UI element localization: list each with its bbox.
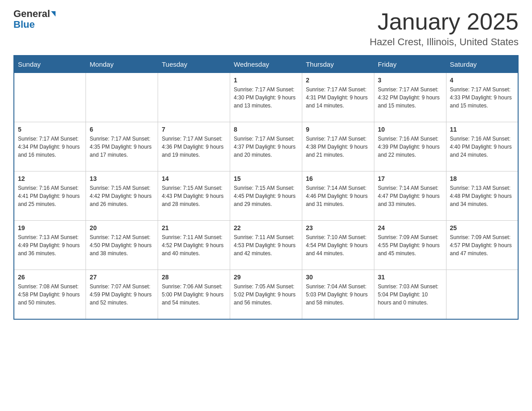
calendar-cell: 31Sunrise: 7:03 AM Sunset: 5:04 PM Dayli…	[374, 270, 446, 319]
day-number: 25	[450, 224, 514, 231]
day-number: 31	[378, 274, 442, 281]
calendar-cell: 29Sunrise: 7:05 AM Sunset: 5:02 PM Dayli…	[230, 270, 302, 319]
day-info: Sunrise: 7:11 AM Sunset: 4:52 PM Dayligh…	[162, 233, 226, 257]
day-info: Sunrise: 7:16 AM Sunset: 4:41 PM Dayligh…	[18, 184, 82, 208]
calendar-cell: 28Sunrise: 7:06 AM Sunset: 5:00 PM Dayli…	[158, 270, 230, 319]
day-info: Sunrise: 7:17 AM Sunset: 4:36 PM Dayligh…	[162, 135, 226, 159]
page-header: General Blue January 2025 Hazel Crest, I…	[13, 9, 519, 48]
calendar-cell: 3Sunrise: 7:17 AM Sunset: 4:32 PM Daylig…	[374, 73, 446, 122]
day-info: Sunrise: 7:17 AM Sunset: 4:33 PM Dayligh…	[450, 86, 514, 110]
calendar-cell: 16Sunrise: 7:14 AM Sunset: 4:46 PM Dayli…	[302, 171, 374, 221]
day-number: 11	[450, 126, 514, 133]
logo-text-blue: Blue	[13, 19, 35, 30]
day-number: 22	[234, 224, 298, 231]
calendar-header-friday: Friday	[374, 56, 446, 73]
day-number: 19	[18, 224, 82, 231]
calendar-header-tuesday: Tuesday	[158, 56, 230, 73]
day-info: Sunrise: 7:17 AM Sunset: 4:32 PM Dayligh…	[378, 86, 442, 110]
calendar-cell: 26Sunrise: 7:08 AM Sunset: 4:58 PM Dayli…	[14, 270, 86, 319]
calendar-header-wednesday: Wednesday	[230, 56, 302, 73]
calendar-cell: 2Sunrise: 7:17 AM Sunset: 4:31 PM Daylig…	[302, 73, 374, 122]
day-number: 1	[234, 77, 298, 84]
calendar-cell: 13Sunrise: 7:15 AM Sunset: 4:42 PM Dayli…	[86, 171, 158, 221]
calendar-table: SundayMondayTuesdayWednesdayThursdayFrid…	[13, 55, 519, 320]
day-info: Sunrise: 7:03 AM Sunset: 5:04 PM Dayligh…	[378, 283, 442, 307]
calendar-cell: 18Sunrise: 7:13 AM Sunset: 4:48 PM Dayli…	[446, 171, 518, 221]
calendar-week-row: 5Sunrise: 7:17 AM Sunset: 4:34 PM Daylig…	[14, 122, 518, 171]
calendar-cell: 14Sunrise: 7:15 AM Sunset: 4:43 PM Dayli…	[158, 171, 230, 221]
calendar-week-row: 12Sunrise: 7:16 AM Sunset: 4:41 PM Dayli…	[14, 171, 518, 221]
title-section: January 2025 Hazel Crest, Illinois, Unit…	[369, 9, 519, 48]
calendar-header-saturday: Saturday	[446, 56, 518, 73]
day-number: 14	[162, 175, 226, 182]
calendar-cell: 6Sunrise: 7:17 AM Sunset: 4:35 PM Daylig…	[86, 122, 158, 171]
day-info: Sunrise: 7:16 AM Sunset: 4:39 PM Dayligh…	[378, 135, 442, 159]
day-number: 30	[306, 274, 370, 281]
calendar-cell: 12Sunrise: 7:16 AM Sunset: 4:41 PM Dayli…	[14, 171, 86, 221]
calendar-header-monday: Monday	[86, 56, 158, 73]
day-info: Sunrise: 7:08 AM Sunset: 4:58 PM Dayligh…	[18, 283, 82, 307]
calendar-cell: 23Sunrise: 7:10 AM Sunset: 4:54 PM Dayli…	[302, 221, 374, 270]
day-info: Sunrise: 7:17 AM Sunset: 4:34 PM Dayligh…	[18, 135, 82, 159]
day-info: Sunrise: 7:17 AM Sunset: 4:38 PM Dayligh…	[306, 135, 370, 159]
calendar-cell: 21Sunrise: 7:11 AM Sunset: 4:52 PM Dayli…	[158, 221, 230, 270]
calendar-week-row: 19Sunrise: 7:13 AM Sunset: 4:49 PM Dayli…	[14, 221, 518, 270]
calendar-week-row: 26Sunrise: 7:08 AM Sunset: 4:58 PM Dayli…	[14, 270, 518, 319]
day-info: Sunrise: 7:15 AM Sunset: 4:45 PM Dayligh…	[234, 184, 298, 208]
day-info: Sunrise: 7:12 AM Sunset: 4:50 PM Dayligh…	[90, 233, 154, 257]
calendar-cell: 15Sunrise: 7:15 AM Sunset: 4:45 PM Dayli…	[230, 171, 302, 221]
day-number: 6	[90, 126, 154, 133]
calendar-cell: 9Sunrise: 7:17 AM Sunset: 4:38 PM Daylig…	[302, 122, 374, 171]
day-info: Sunrise: 7:06 AM Sunset: 5:00 PM Dayligh…	[162, 283, 226, 307]
day-number: 27	[90, 274, 154, 281]
day-info: Sunrise: 7:09 AM Sunset: 4:55 PM Dayligh…	[378, 233, 442, 257]
calendar-cell: 24Sunrise: 7:09 AM Sunset: 4:55 PM Dayli…	[374, 221, 446, 270]
calendar-cell: 27Sunrise: 7:07 AM Sunset: 4:59 PM Dayli…	[86, 270, 158, 319]
day-info: Sunrise: 7:05 AM Sunset: 5:02 PM Dayligh…	[234, 283, 298, 307]
day-number: 3	[378, 77, 442, 84]
calendar-cell: 10Sunrise: 7:16 AM Sunset: 4:39 PM Dayli…	[374, 122, 446, 171]
calendar-week-row: 1Sunrise: 7:17 AM Sunset: 4:30 PM Daylig…	[14, 73, 518, 122]
day-number: 16	[306, 175, 370, 182]
logo-text-general: General	[13, 9, 50, 19]
day-info: Sunrise: 7:13 AM Sunset: 4:48 PM Dayligh…	[450, 184, 514, 208]
day-number: 9	[306, 126, 370, 133]
calendar-subtitle: Hazel Crest, Illinois, United States	[369, 36, 519, 48]
logo: General Blue	[13, 9, 56, 30]
calendar-cell: 7Sunrise: 7:17 AM Sunset: 4:36 PM Daylig…	[158, 122, 230, 171]
day-number: 13	[90, 175, 154, 182]
calendar-cell: 8Sunrise: 7:17 AM Sunset: 4:37 PM Daylig…	[230, 122, 302, 171]
day-info: Sunrise: 7:09 AM Sunset: 4:57 PM Dayligh…	[450, 233, 514, 257]
day-info: Sunrise: 7:07 AM Sunset: 4:59 PM Dayligh…	[90, 283, 154, 307]
day-number: 20	[90, 224, 154, 231]
day-number: 29	[234, 274, 298, 281]
calendar-cell: 25Sunrise: 7:09 AM Sunset: 4:57 PM Dayli…	[446, 221, 518, 270]
calendar-cell	[14, 73, 86, 122]
day-number: 23	[306, 224, 370, 231]
calendar-cell: 22Sunrise: 7:11 AM Sunset: 4:53 PM Dayli…	[230, 221, 302, 270]
day-info: Sunrise: 7:16 AM Sunset: 4:40 PM Dayligh…	[450, 135, 514, 159]
day-number: 7	[162, 126, 226, 133]
calendar-title: January 2025	[369, 9, 519, 34]
day-info: Sunrise: 7:15 AM Sunset: 4:42 PM Dayligh…	[90, 184, 154, 208]
day-info: Sunrise: 7:13 AM Sunset: 4:49 PM Dayligh…	[18, 233, 82, 257]
calendar-cell	[158, 73, 230, 122]
day-number: 26	[18, 274, 82, 281]
calendar-header-sunday: Sunday	[14, 56, 86, 73]
calendar-header-thursday: Thursday	[302, 56, 374, 73]
calendar-cell: 17Sunrise: 7:14 AM Sunset: 4:47 PM Dayli…	[374, 171, 446, 221]
calendar-cell: 20Sunrise: 7:12 AM Sunset: 4:50 PM Dayli…	[86, 221, 158, 270]
day-number: 28	[162, 274, 226, 281]
day-info: Sunrise: 7:17 AM Sunset: 4:31 PM Dayligh…	[306, 86, 370, 110]
calendar-cell: 5Sunrise: 7:17 AM Sunset: 4:34 PM Daylig…	[14, 122, 86, 171]
calendar-header-row: SundayMondayTuesdayWednesdayThursdayFrid…	[14, 56, 518, 73]
day-number: 8	[234, 126, 298, 133]
day-number: 5	[18, 126, 82, 133]
day-number: 10	[378, 126, 442, 133]
day-info: Sunrise: 7:11 AM Sunset: 4:53 PM Dayligh…	[234, 233, 298, 257]
day-info: Sunrise: 7:04 AM Sunset: 5:03 PM Dayligh…	[306, 283, 370, 307]
calendar-cell	[446, 270, 518, 319]
calendar-cell: 4Sunrise: 7:17 AM Sunset: 4:33 PM Daylig…	[446, 73, 518, 122]
day-number: 12	[18, 175, 82, 182]
day-info: Sunrise: 7:10 AM Sunset: 4:54 PM Dayligh…	[306, 233, 370, 257]
